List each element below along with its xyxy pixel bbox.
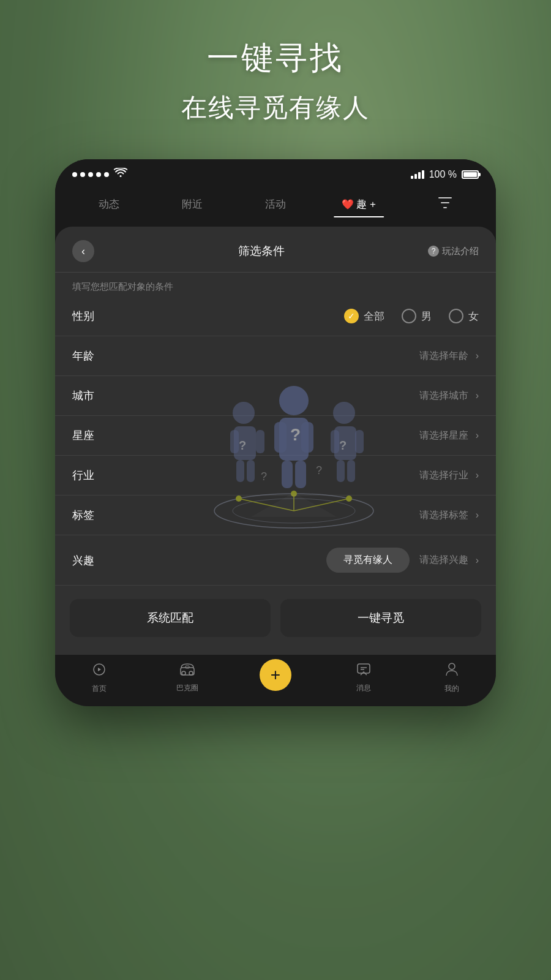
message-label: 消息 xyxy=(356,683,371,693)
filter-row-tags[interactable]: 标签 请选择标签 › xyxy=(55,496,496,535)
age-placeholder: 请选择年龄 xyxy=(419,350,468,363)
tab-qu[interactable]: ❤️ 趣 + xyxy=(317,192,400,216)
gender-label: 性别 xyxy=(72,309,109,323)
status-left xyxy=(72,168,127,181)
hero-line1: 一键寻找 xyxy=(0,37,551,80)
filter-row-constellation[interactable]: 星座 请选择星座 › xyxy=(55,416,496,456)
gender-male[interactable]: 男 xyxy=(402,309,432,323)
city-label: 城市 xyxy=(72,388,109,403)
tab-huodong[interactable]: 活动 xyxy=(234,192,317,216)
interest-placeholder: 请选择兴趣 xyxy=(419,554,468,567)
tags-chevron: › xyxy=(476,510,479,521)
svg-point-35 xyxy=(189,671,193,675)
industry-right: 请选择行业 › xyxy=(419,469,479,482)
age-right: 请选择年龄 › xyxy=(419,350,479,363)
battery-icon xyxy=(462,170,479,179)
battery-box xyxy=(462,170,479,179)
filter-row-age[interactable]: 年龄 请选择年龄 › xyxy=(55,336,496,376)
profile-icon xyxy=(445,662,459,680)
constellation-chevron: › xyxy=(476,430,479,441)
interest-right: 寻觅有缘人 请选择兴趣 › xyxy=(326,548,479,573)
radio-male[interactable] xyxy=(402,309,416,323)
add-plus-button[interactable]: + xyxy=(260,659,291,691)
interest-button[interactable]: 寻觅有缘人 xyxy=(326,548,410,573)
hero-line2: 在线寻觅有缘人 xyxy=(0,91,551,125)
help-icon: ? xyxy=(428,246,439,257)
modal-panel: ‹ 筛选条件 ? 玩法介绍 填写您想匹配对象的条件 xyxy=(55,227,496,706)
bottom-nav-bakcircle[interactable]: 巴克圈 xyxy=(143,663,231,693)
home-label: 首页 xyxy=(92,684,107,694)
dot3 xyxy=(88,172,93,177)
status-bar: 100 % xyxy=(55,159,496,187)
svg-point-40 xyxy=(449,663,455,669)
bottom-nav-profile[interactable]: 我的 xyxy=(408,662,496,694)
dot5 xyxy=(104,172,109,177)
filter-row-gender: 性别 全部 男 女 xyxy=(55,296,496,336)
one-key-search-button[interactable]: 一键寻觅 xyxy=(280,599,481,637)
modal-title: 筛选条件 xyxy=(238,243,285,259)
gender-female[interactable]: 女 xyxy=(449,309,479,323)
tags-label: 标签 xyxy=(72,508,109,522)
industry-placeholder: 请选择行业 xyxy=(419,469,468,482)
system-match-button[interactable]: 系统匹配 xyxy=(70,599,271,637)
tab-filter[interactable] xyxy=(400,192,484,217)
bottom-nav-home[interactable]: 首页 xyxy=(55,662,143,694)
filter-row-interest[interactable]: 兴趣 寻觅有缘人 请选择兴趣 › xyxy=(55,535,496,586)
modal-header: ‹ 筛选条件 ? 玩法介绍 xyxy=(55,227,496,273)
svg-point-34 xyxy=(182,671,186,675)
dots-indicator xyxy=(72,172,109,177)
tab-qu-content: ❤️ 趣 + xyxy=(320,197,398,211)
filter-row-city[interactable]: 城市 请选择城市 › xyxy=(55,376,496,416)
radio-all[interactable] xyxy=(344,309,359,323)
tab-dongtai[interactable]: 动态 xyxy=(67,192,151,216)
radio-female[interactable] xyxy=(449,309,463,323)
gender-all[interactable]: 全部 xyxy=(344,309,384,323)
svg-marker-32 xyxy=(98,668,101,671)
status-right: 100 % xyxy=(411,169,479,180)
city-placeholder: 请选择城市 xyxy=(419,390,468,402)
signal-icon xyxy=(411,170,424,179)
signal-bar-3 xyxy=(418,172,421,179)
filter-icon xyxy=(438,198,452,211)
bottom-nav: 首页 巴克圈 + xyxy=(55,654,496,706)
home-icon xyxy=(92,662,107,680)
dot2 xyxy=(80,172,85,177)
bottom-nav-add[interactable]: + xyxy=(231,665,320,691)
constellation-label: 星座 xyxy=(72,428,109,443)
bakcircle-icon xyxy=(179,663,195,680)
back-button[interactable]: ‹ xyxy=(72,240,94,262)
constellation-right: 请选择星座 › xyxy=(419,429,479,442)
phone-shell: 100 % 动态 附近 活动 ❤️ 趣 + xyxy=(55,159,496,706)
interest-label: 兴趣 xyxy=(72,553,109,568)
heart-icon: ❤️ xyxy=(342,198,354,210)
tags-placeholder: 请选择标签 xyxy=(419,509,468,522)
interest-chevron: › xyxy=(476,555,479,566)
signal-bar-2 xyxy=(414,174,417,179)
age-chevron: › xyxy=(476,350,479,361)
filter-row-industry[interactable]: 行业 请选择行业 › xyxy=(55,456,496,496)
nav-tabs: 动态 附近 活动 ❤️ 趣 + xyxy=(55,187,496,227)
help-link[interactable]: ? 玩法介绍 xyxy=(428,246,479,257)
bakcircle-label: 巴克圈 xyxy=(176,683,198,693)
city-chevron: › xyxy=(476,390,479,401)
battery-fill xyxy=(463,172,477,177)
bottom-nav-message[interactable]: 消息 xyxy=(320,663,408,693)
hero-section: 一键寻找 在线寻觅有缘人 xyxy=(0,37,551,125)
signal-bar-4 xyxy=(422,170,424,179)
action-buttons: 系统匹配 一键寻觅 xyxy=(55,586,496,654)
tags-right: 请选择标签 › xyxy=(419,509,479,522)
profile-label: 我的 xyxy=(444,684,459,694)
constellation-placeholder: 请选择星座 xyxy=(419,429,468,442)
industry-label: 行业 xyxy=(72,468,109,483)
modal-subtitle: 填写您想匹配对象的条件 xyxy=(55,273,496,296)
signal-bar-1 xyxy=(411,176,413,179)
age-label: 年龄 xyxy=(72,349,109,363)
tab-fujin[interactable]: 附近 xyxy=(151,192,234,216)
wifi-icon xyxy=(114,168,127,181)
filter-rows: ? ? xyxy=(55,296,496,586)
industry-chevron: › xyxy=(476,470,479,481)
city-right: 请选择城市 › xyxy=(419,390,479,402)
interest-select: 请选择兴趣 › xyxy=(419,554,479,567)
dot4 xyxy=(96,172,101,177)
gender-options: 全部 男 女 xyxy=(344,309,479,323)
